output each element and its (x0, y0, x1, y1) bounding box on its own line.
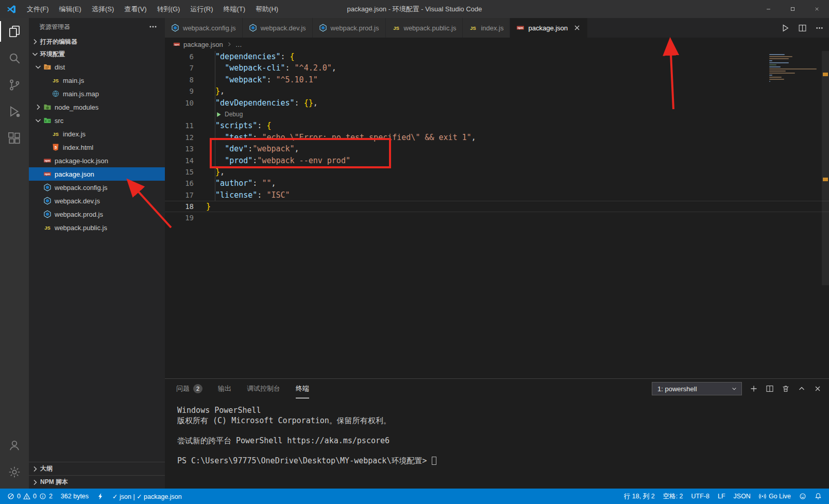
lint-status[interactable]: ✓ json | ✓ package.json (108, 489, 186, 504)
tree-item-main.js[interactable]: JSmain.js (29, 74, 165, 87)
language-mode[interactable]: JSON (730, 489, 755, 504)
problems-indicator[interactable]: 0 0 2 (3, 489, 57, 504)
close-panel-button[interactable] (814, 385, 822, 393)
svg-text:JS: JS (53, 131, 59, 137)
tree-item-webpack.public.js[interactable]: JSwebpack.public.js (29, 221, 165, 234)
live-reload-indicator[interactable] (93, 489, 108, 504)
search-view-button[interactable] (0, 45, 29, 72)
panel-tab-problems[interactable]: 问题2 (176, 379, 202, 398)
split-terminal-button[interactable] (766, 385, 774, 393)
more-actions-icon[interactable] (148, 22, 158, 31)
encoding[interactable]: UTF-8 (687, 489, 714, 504)
panel-tab-terminal[interactable]: 终端 (296, 379, 309, 398)
extensions-view-button[interactable] (0, 125, 29, 152)
tree-item-src[interactable]: src (29, 114, 165, 127)
line-number: 6 (165, 51, 194, 62)
breadcrumb-more[interactable]: … (235, 41, 242, 48)
menu-item[interactable]: 帮助(H) (250, 0, 283, 18)
run-button[interactable] (781, 24, 790, 32)
close-icon[interactable] (573, 24, 581, 32)
tree-item-index.js[interactable]: JSindex.js (29, 127, 165, 141)
run-debug-view-button[interactable] (0, 98, 29, 125)
tree-item-package.json[interactable]: npmpackage.json (29, 167, 165, 181)
code-text: "test": "echo \"Error: no test specified… (206, 132, 476, 143)
tree-item-main.js.map[interactable]: main.js.map (29, 87, 165, 100)
chevron-spacer (42, 76, 50, 84)
menu-item[interactable]: 选择(S) (87, 0, 119, 18)
line-number: 9 (165, 85, 194, 97)
tree-item-label: index.html (63, 144, 93, 151)
settings-button[interactable] (0, 459, 29, 485)
tree-item-webpack.config.js[interactable]: webpack.config.js (29, 181, 165, 194)
feedback-button[interactable] (795, 489, 810, 504)
terminal-line (177, 446, 829, 456)
tree-item-webpack.prod.js[interactable]: webpack.prod.js (29, 207, 165, 221)
folder-section[interactable]: 环境配置 (29, 48, 165, 60)
menu-item[interactable]: 文件(F) (22, 0, 54, 18)
menu-item[interactable]: 编辑(E) (54, 0, 87, 18)
tree-item-webpack.dev.js[interactable]: webpack.dev.js (29, 194, 165, 207)
tree-item-index.html[interactable]: 5index.html (29, 141, 165, 154)
tree-item-package-lock.json[interactable]: npmpackage-lock.json (29, 154, 165, 167)
kill-terminal-button[interactable] (782, 385, 790, 393)
tree-item-node_modules[interactable]: node_modules (29, 100, 165, 114)
panel-tab-debug-console[interactable]: 调试控制台 (247, 379, 280, 398)
explorer-view-button[interactable] (0, 18, 29, 45)
tab-webpack.dev.js[interactable]: webpack.dev.js (243, 18, 313, 38)
line-number: 10 (165, 97, 194, 109)
menu-item[interactable]: 终端(T) (218, 0, 250, 18)
open-editors-section[interactable]: 打开的编辑器 (29, 36, 165, 48)
code-line-12: 12 "test": "echo \"Error: no test specif… (165, 132, 829, 143)
menu-item[interactable]: 运行(R) (185, 0, 218, 18)
code-text: }, (206, 85, 225, 97)
close-button[interactable] (805, 0, 829, 18)
maximize-panel-button[interactable] (798, 385, 806, 393)
chevron-spacer (34, 210, 42, 218)
source-control-view-button[interactable] (0, 72, 29, 98)
folder-src-icon (43, 116, 52, 125)
editor-scrollbar[interactable] (822, 51, 829, 285)
tab-webpack.public.js[interactable]: JSwebpack.public.js (386, 18, 463, 38)
more-actions-button[interactable] (815, 24, 824, 32)
split-editor-button[interactable] (798, 24, 807, 32)
code-line-13: 13 "dev":"webpack", (165, 143, 829, 154)
terminal-picker[interactable]: 1: powershell (652, 382, 742, 395)
breadcrumb-file[interactable]: package.json (183, 41, 223, 48)
panel-tab-label: 调试控制台 (247, 384, 280, 393)
chevron-down-icon (31, 50, 39, 58)
tab-package.json[interactable]: npmpackage.json (510, 18, 588, 38)
maximize-button[interactable] (781, 0, 805, 18)
menu-item[interactable]: 转到(G) (152, 0, 185, 18)
indentation[interactable]: 空格: 2 (659, 489, 687, 504)
terminal-output[interactable]: Windows PowerShell版权所有 (C) Microsoft Cor… (165, 398, 829, 466)
outline-label: 大纲 (40, 464, 53, 473)
outline-section[interactable]: 大纲 (29, 462, 165, 475)
overview-ruler-mark (823, 73, 828, 76)
code-line-16: 16 "author": "", (165, 178, 829, 189)
tree-item-dist[interactable]: dist (29, 60, 165, 74)
code-text: } (206, 201, 211, 212)
broadcast-icon (759, 493, 766, 500)
minimize-button[interactable] (756, 0, 781, 18)
npm-scripts-section[interactable]: NPM 脚本 (29, 475, 165, 489)
tab-label: index.js (481, 24, 503, 32)
menu-item[interactable]: 查看(V) (119, 0, 151, 18)
panel-tab-output[interactable]: 输出 (218, 379, 231, 398)
account-button[interactable] (0, 432, 29, 459)
notifications-button[interactable] (810, 489, 826, 504)
terminal-line (177, 426, 829, 436)
tab-webpack.prod.js[interactable]: webpack.prod.js (313, 18, 386, 38)
tab-webpack.config.js[interactable]: webpack.config.js (165, 18, 243, 38)
codelens-debug[interactable]: Debug (165, 109, 829, 120)
tree-item-label: package-lock.json (55, 157, 108, 165)
tab-index.js[interactable]: JSindex.js (463, 18, 510, 38)
code-editor[interactable]: 6 "dependencies": {7 "webpack-cli": "^4.… (165, 51, 829, 378)
new-terminal-button[interactable] (750, 385, 758, 393)
breadcrumb[interactable]: npm package.json … (165, 38, 829, 51)
cursor-position[interactable]: 行 18, 列 2 (620, 489, 659, 504)
minimap[interactable] (769, 54, 821, 85)
chevron-down-icon (731, 386, 737, 392)
eol-selector[interactable]: LF (714, 489, 730, 504)
go-live-button[interactable]: Go Live (755, 489, 795, 504)
svg-text:JS: JS (44, 225, 50, 231)
